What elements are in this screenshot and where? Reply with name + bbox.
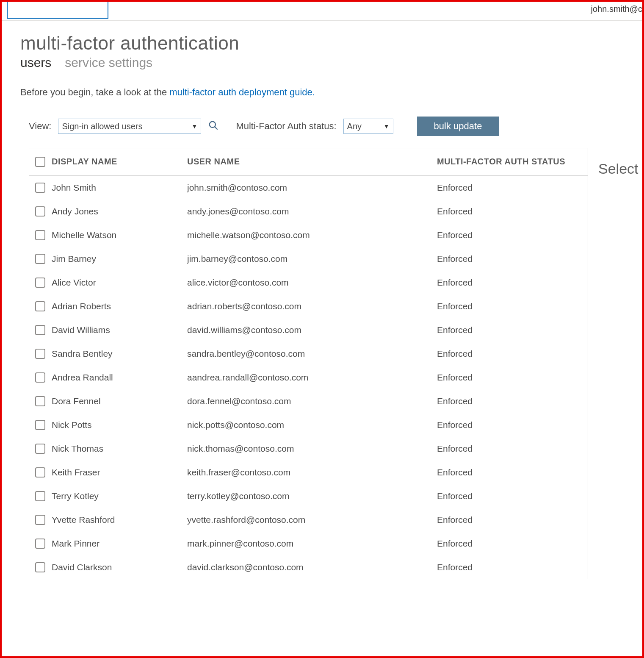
tabs: users service settings — [20, 56, 642, 70]
row-checkbox[interactable] — [35, 372, 45, 383]
cell-mfa-status: Enforced — [437, 230, 572, 240]
cell-mfa-status: Enforced — [437, 491, 572, 501]
cell-mfa-status: Enforced — [437, 349, 572, 359]
row-checkbox[interactable] — [35, 444, 45, 454]
cell-mfa-status: Enforced — [437, 183, 572, 193]
cell-user-name: david.clarkson@contoso.com — [187, 562, 437, 572]
page-title: multi-factor authentication — [20, 33, 642, 54]
table-row[interactable]: Nick Thomasnick.thomas@contoso.comEnforc… — [29, 437, 588, 461]
svg-line-1 — [215, 127, 218, 130]
row-checkbox[interactable] — [35, 420, 45, 430]
deployment-guide-link[interactable]: multi-factor auth deployment guide. — [169, 87, 315, 97]
cell-user-name: terry.kotley@contoso.com — [187, 491, 437, 501]
signed-in-user: john.smith@c — [591, 2, 642, 14]
cell-mfa-status: Enforced — [437, 254, 572, 264]
row-checkbox[interactable] — [35, 467, 45, 478]
tab-service-settings[interactable]: service settings — [65, 56, 152, 70]
cell-display-name: Alice Victor — [52, 278, 187, 288]
row-checkbox[interactable] — [35, 349, 45, 359]
intro-prefix: Before you begin, take a look at the — [20, 87, 169, 97]
cell-display-name: Yvette Rashford — [52, 515, 187, 525]
cell-display-name: David Clarkson — [52, 562, 187, 572]
select-all-checkbox[interactable] — [35, 157, 45, 167]
cell-mfa-status: Enforced — [437, 278, 572, 288]
cell-display-name: Andrea Randall — [52, 372, 187, 383]
cell-user-name: michelle.watson@contoso.com — [187, 230, 437, 240]
cell-user-name: yvette.rashford@contoso.com — [187, 515, 437, 525]
cell-mfa-status: Enforced — [437, 396, 572, 406]
cell-mfa-status: Enforced — [437, 515, 572, 525]
row-checkbox[interactable] — [35, 230, 45, 240]
col-user-name[interactable]: USER NAME — [187, 157, 437, 167]
bulk-update-button[interactable]: bulk update — [417, 117, 499, 136]
cell-mfa-status: Enforced — [437, 420, 572, 430]
users-table: DISPLAY NAME USER NAME MULTI-FACTOR AUTH… — [20, 148, 588, 579]
row-checkbox[interactable] — [35, 396, 45, 406]
cell-mfa-status: Enforced — [437, 206, 572, 217]
table-row[interactable]: Dora Fenneldora.fennel@contoso.comEnforc… — [29, 389, 588, 413]
cell-mfa-status: Enforced — [437, 301, 572, 311]
cell-mfa-status: Enforced — [437, 325, 572, 335]
table-row[interactable]: John Smithjohn.smith@contoso.comEnforced — [29, 176, 588, 200]
cell-display-name: Andy Jones — [52, 206, 187, 217]
cell-user-name: alice.victor@contoso.com — [187, 278, 437, 288]
cell-display-name: Nick Potts — [52, 420, 187, 430]
status-select-value: Any — [347, 122, 362, 131]
cell-user-name: mark.pinner@contoso.com — [187, 539, 437, 549]
view-select[interactable]: Sign-in allowed users ▼ — [58, 119, 201, 134]
table-row[interactable]: Keith Fraserkeith.fraser@contoso.comEnfo… — [29, 461, 588, 484]
side-panel-title: Select — [598, 161, 638, 177]
row-checkbox[interactable] — [35, 301, 45, 311]
table-row[interactable]: Adrian Robertsadrian.roberts@contoso.com… — [29, 294, 588, 318]
table-row[interactable]: Nick Pottsnick.potts@contoso.comEnforced — [29, 413, 588, 437]
cell-mfa-status: Enforced — [437, 562, 572, 572]
row-checkbox[interactable] — [35, 183, 45, 193]
table-row[interactable]: Terry Kotleyterry.kotley@contoso.comEnfo… — [29, 484, 588, 508]
cell-user-name: jim.barney@contoso.com — [187, 254, 437, 264]
logo-placeholder — [7, 2, 108, 19]
table-row[interactable]: Yvette Rashfordyvette.rashford@contoso.c… — [29, 508, 588, 532]
topbar: john.smith@c — [2, 2, 642, 21]
table-row[interactable]: Mark Pinnermark.pinner@contoso.comEnforc… — [29, 532, 588, 555]
col-display-name[interactable]: DISPLAY NAME — [52, 157, 187, 167]
cell-display-name: Nick Thomas — [52, 444, 187, 454]
cell-user-name: nick.potts@contoso.com — [187, 420, 437, 430]
cell-mfa-status: Enforced — [437, 444, 572, 454]
row-checkbox[interactable] — [35, 539, 45, 549]
table-row[interactable]: David Williamsdavid.williams@contoso.com… — [29, 318, 588, 342]
tab-users[interactable]: users — [20, 56, 51, 70]
status-select[interactable]: Any ▼ — [343, 119, 393, 134]
filter-row: View: Sign-in allowed users ▼ Multi-Fact… — [20, 117, 642, 136]
row-checkbox[interactable] — [35, 325, 45, 335]
table-row[interactable]: Jim Barneyjim.barney@contoso.comEnforced — [29, 247, 588, 271]
cell-mfa-status: Enforced — [437, 372, 572, 383]
row-checkbox[interactable] — [35, 491, 45, 501]
table-row[interactable]: Andy Jonesandy.jones@contoso.comEnforced — [29, 200, 588, 223]
cell-user-name: keith.fraser@contoso.com — [187, 467, 437, 478]
cell-display-name: Adrian Roberts — [52, 301, 187, 311]
cell-mfa-status: Enforced — [437, 539, 572, 549]
row-checkbox[interactable] — [35, 515, 45, 525]
row-checkbox[interactable] — [35, 278, 45, 288]
cell-user-name: david.williams@contoso.com — [187, 325, 437, 335]
table-row[interactable]: Michelle Watsonmichelle.watson@contoso.c… — [29, 223, 588, 247]
cell-user-name: john.smith@contoso.com — [187, 183, 437, 193]
cell-mfa-status: Enforced — [437, 467, 572, 478]
view-select-value: Sign-in allowed users — [62, 122, 142, 131]
status-label: Multi-Factor Auth status: — [236, 121, 336, 132]
row-checkbox[interactable] — [35, 562, 45, 572]
row-checkbox[interactable] — [35, 206, 45, 217]
cell-display-name: Jim Barney — [52, 254, 187, 264]
table-row[interactable]: Andrea Randallaandrea.randall@contoso.co… — [29, 366, 588, 389]
table-row[interactable]: Alice Victoralice.victor@contoso.comEnfo… — [29, 271, 588, 294]
col-mfa-status[interactable]: MULTI-FACTOR AUTH STATUS — [437, 157, 572, 167]
table-row[interactable]: David Clarksondavid.clarkson@contoso.com… — [29, 555, 588, 579]
view-label: View: — [29, 121, 51, 132]
chevron-down-icon: ▼ — [192, 123, 198, 130]
row-checkbox[interactable] — [35, 254, 45, 264]
search-icon[interactable] — [208, 120, 219, 133]
cell-user-name: nick.thomas@contoso.com — [187, 444, 437, 454]
table-row[interactable]: Sandra Bentleysandra.bentley@contoso.com… — [29, 342, 588, 366]
cell-user-name: dora.fennel@contoso.com — [187, 396, 437, 406]
cell-user-name: adrian.roberts@contoso.com — [187, 301, 437, 311]
